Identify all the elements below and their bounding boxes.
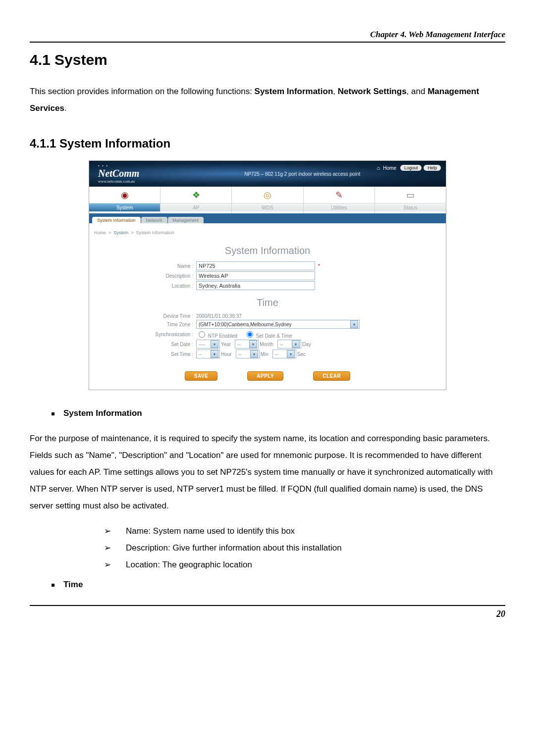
- home-link[interactable]: Home: [383, 165, 396, 171]
- tab-ap[interactable]: ❖ AP: [160, 187, 232, 213]
- running-header: Chapter 4. Web Management Interface: [30, 30, 505, 42]
- brand-logo: • • • NetComm www.netcomm.com.au: [98, 164, 139, 184]
- sec-unit: Sec: [297, 352, 306, 357]
- header-rule: [30, 42, 505, 43]
- arrow-icon: ➢: [104, 526, 111, 536]
- home-icon[interactable]: ⌂: [377, 165, 380, 171]
- description-input[interactable]: [196, 271, 315, 280]
- bullet-time: Time: [52, 576, 505, 593]
- chevron-down-icon: ▾: [287, 350, 295, 358]
- sec-select[interactable]: --▾: [272, 350, 296, 358]
- breadcrumb: Home > System > System Information: [89, 223, 446, 238]
- ap-icon: ❖: [192, 190, 200, 201]
- logout-button[interactable]: Logout: [400, 165, 422, 171]
- intro-sep-2: , and: [407, 87, 428, 96]
- subtab-network[interactable]: Network: [141, 217, 167, 223]
- tab-system[interactable]: ◉ System: [89, 187, 160, 213]
- intro-sep-1: ,: [333, 87, 337, 96]
- status-icon: ▭: [406, 190, 415, 201]
- chevron-down-icon: ▾: [249, 340, 257, 348]
- subtab-management[interactable]: Management: [168, 217, 204, 223]
- page-footer: 20: [30, 605, 505, 619]
- apply-button[interactable]: APPLY: [247, 371, 283, 381]
- arrow-icon: ➢: [104, 560, 111, 569]
- crumb-current: System Information: [136, 230, 175, 235]
- year-unit: Year: [221, 342, 231, 347]
- utilities-icon: ✎: [335, 190, 343, 201]
- intro-end: .: [64, 103, 67, 113]
- square-bullet-icon: [52, 412, 54, 415]
- month-unit: Month: [260, 342, 273, 347]
- bullet1-body: For the purpose of maintenance, it is re…: [30, 430, 505, 514]
- hour-select[interactable]: --▾: [196, 350, 220, 358]
- save-button[interactable]: SAVE: [185, 371, 218, 381]
- intro-bold-2: Network Settings: [338, 87, 407, 96]
- timezone-label: Time Zone :: [89, 322, 196, 327]
- subsection-heading: 4.1.1 System Information: [30, 137, 505, 151]
- device-time-value: 2000/01/01 00:39:37: [196, 313, 242, 319]
- chevron-down-icon: ▾: [292, 340, 300, 348]
- panel-title-system-info: System Information: [89, 245, 446, 256]
- hour-unit: Hour: [221, 352, 232, 357]
- name-label: Name :: [89, 263, 196, 269]
- day-unit: Day: [302, 342, 311, 347]
- sync-ntp-radio[interactable]: NTP Enabled: [196, 330, 237, 339]
- clear-button[interactable]: CLEAR: [313, 371, 350, 381]
- sub-item-location: ➢Location: The geographic location: [104, 556, 505, 573]
- description-label: Description :: [89, 273, 196, 279]
- device-time-label: Device Time :: [89, 313, 196, 319]
- ui-screenshot: • • • NetComm www.netcomm.com.au NP725 –…: [89, 160, 446, 390]
- chevron-down-icon: ▾: [211, 340, 218, 348]
- min-select[interactable]: --▾: [236, 350, 260, 358]
- bullet-system-information: System Information: [52, 405, 505, 422]
- location-input[interactable]: [196, 281, 315, 290]
- year-select[interactable]: ----▾: [196, 340, 220, 349]
- location-label: Location :: [89, 283, 196, 289]
- square-bullet-icon: [52, 584, 54, 587]
- timezone-value: (GMT+10:00)Canberra,Melbourne,Sydney: [199, 322, 292, 327]
- system-icon: ◉: [121, 190, 129, 201]
- sub-item-description: ➢Description: Give further information a…: [104, 540, 505, 556]
- main-tabs: ◉ System ❖ AP ◎ WDS ✎ Utilities ▭ Status: [89, 187, 446, 213]
- setdate-label: Set Date :: [89, 342, 196, 347]
- banner-subtitle: NP725 – 802 11g 2 port indoor wireless a…: [244, 171, 360, 177]
- min-unit: Min: [261, 352, 268, 357]
- brand-url: www.netcomm.com.au: [98, 179, 139, 184]
- sync-label: Synchronization :: [89, 332, 196, 337]
- app-banner: • • • NetComm www.netcomm.com.au NP725 –…: [89, 161, 446, 187]
- page-number: 20: [496, 609, 505, 619]
- chevron-down-icon: ▾: [350, 320, 358, 328]
- settime-label: Set Time :: [89, 352, 196, 357]
- brand-name: NetComm: [98, 168, 139, 179]
- arrow-icon: ➢: [104, 543, 111, 553]
- month-select[interactable]: --▾: [235, 340, 259, 349]
- name-input[interactable]: [196, 261, 315, 270]
- sub-item-name: ➢Name: System name used to identify this…: [104, 523, 505, 540]
- tab-status[interactable]: ▭ Status: [375, 187, 446, 213]
- tab-utilities[interactable]: ✎ Utilities: [304, 187, 375, 213]
- sync-manual-radio[interactable]: Set Date & Time: [244, 330, 292, 339]
- crumb-system[interactable]: System: [113, 230, 128, 235]
- panel-title-time: Time: [89, 297, 446, 308]
- help-button[interactable]: Help: [424, 165, 441, 171]
- wds-icon: ◎: [264, 190, 271, 201]
- required-icon: *: [318, 263, 320, 269]
- sub-tabs: System Information Network Management: [89, 213, 446, 223]
- day-select[interactable]: --▾: [277, 340, 301, 349]
- timezone-select[interactable]: (GMT+10:00)Canberra,Melbourne,Sydney ▾: [196, 320, 360, 329]
- chevron-down-icon: ▾: [250, 350, 258, 358]
- crumb-home[interactable]: Home: [94, 230, 106, 235]
- tab-wds[interactable]: ◎ WDS: [232, 187, 303, 213]
- intro-bold-1: System Information: [255, 87, 333, 96]
- intro-text: This section provides information on the…: [30, 87, 255, 96]
- subtab-system-information[interactable]: System Information: [92, 217, 141, 223]
- chevron-down-icon: ▾: [211, 350, 218, 358]
- section-heading: 4.1 System: [30, 51, 505, 68]
- section-intro: This section provides information on the…: [30, 83, 505, 117]
